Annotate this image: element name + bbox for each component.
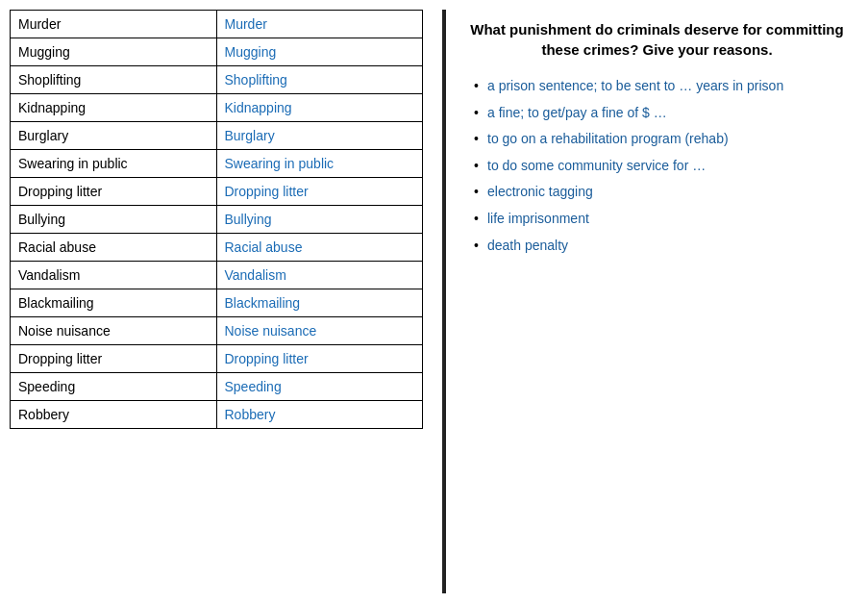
crime-col2: Bullying (216, 206, 423, 234)
table-row: Swearing in publicSwearing in public (11, 150, 423, 178)
bullet-item: death penalty (470, 237, 844, 256)
crime-col2: Murder (216, 11, 423, 38)
crime-col1: Dropping litter (11, 345, 217, 373)
crime-col2: Dropping litter (216, 178, 423, 206)
crime-col1: Swearing in public (11, 150, 217, 178)
crime-col2: Racial abuse (216, 234, 423, 262)
table-row: BurglaryBurglary (11, 122, 423, 150)
crime-col1: Mugging (11, 38, 217, 66)
crime-col2: Speeding (216, 373, 423, 401)
bullet-item: a fine; to get/pay a fine of $ … (470, 104, 844, 123)
crime-col1: Dropping litter (11, 178, 217, 206)
table-row: Dropping litterDropping litter (11, 178, 423, 206)
table-row: Dropping litterDropping litter (11, 345, 423, 373)
bullet-item: a prison sentence; to be sent to … years… (470, 77, 844, 96)
crime-col1: Robbery (11, 401, 217, 429)
page-container: MurderMurderMuggingMuggingShopliftingSho… (0, 0, 868, 603)
table-row: Noise nuisanceNoise nuisance (11, 317, 423, 345)
bullet-item: electronic tagging (470, 183, 844, 202)
crime-col1: Burglary (11, 122, 217, 150)
crime-col1: Shoplifting (11, 66, 217, 94)
table-row: RobberyRobbery (11, 401, 423, 429)
right-panel: What punishment do criminals deserve for… (456, 10, 858, 593)
table-row: BullyingBullying (11, 206, 423, 234)
crime-col2: Noise nuisance (216, 317, 423, 345)
crime-col2: Shoplifting (216, 66, 423, 94)
bullet-item: life imprisonment (470, 210, 844, 229)
crime-col2: Robbery (216, 401, 423, 429)
crime-col2: Dropping litter (216, 345, 423, 373)
crime-col1: Noise nuisance (11, 317, 217, 345)
crime-col2: Vandalism (216, 262, 423, 289)
crime-col1: Blackmailing (11, 289, 217, 317)
crime-col2: Burglary (216, 122, 423, 150)
bullet-list: a prison sentence; to be sent to … years… (470, 77, 844, 255)
crime-col2: Swearing in public (216, 150, 423, 178)
vertical-divider (442, 10, 446, 593)
right-title: What punishment do criminals deserve for… (470, 19, 844, 60)
table-row: SpeedingSpeeding (11, 373, 423, 401)
table-row: ShopliftingShoplifting (11, 66, 423, 94)
table-row: KidnappingKidnapping (11, 94, 423, 122)
crime-col1: Bullying (11, 206, 217, 234)
crime-col2: Blackmailing (216, 289, 423, 317)
table-row: BlackmailingBlackmailing (11, 289, 423, 317)
crime-col1: Murder (11, 11, 217, 38)
table-row: VandalismVandalism (11, 262, 423, 289)
crime-col1: Vandalism (11, 262, 217, 289)
crime-col2: Kidnapping (216, 94, 423, 122)
crime-col1: Racial abuse (11, 234, 217, 262)
table-row: MuggingMugging (11, 38, 423, 66)
bullet-item: to go on a rehabilitation program (rehab… (470, 130, 844, 149)
left-panel: MurderMurderMuggingMuggingShopliftingSho… (10, 10, 433, 593)
crimes-table: MurderMurderMuggingMuggingShopliftingSho… (10, 10, 423, 429)
table-row: MurderMurder (11, 11, 423, 38)
crime-col2: Mugging (216, 38, 423, 66)
bullet-item: to do some community service for … (470, 157, 844, 176)
crime-col1: Speeding (11, 373, 217, 401)
table-row: Racial abuseRacial abuse (11, 234, 423, 262)
crime-col1: Kidnapping (11, 94, 217, 122)
